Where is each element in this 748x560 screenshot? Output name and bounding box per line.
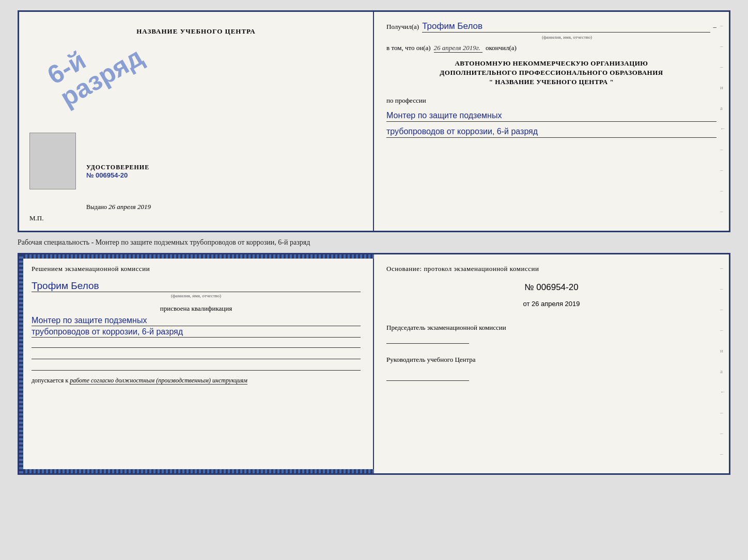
photo-placeholder bbox=[29, 133, 76, 189]
prof-line1: Монтер по защите подземных bbox=[386, 111, 716, 122]
vtom-prefix: в том, что он(а) bbox=[386, 44, 431, 52]
org-name: НАЗВАНИЕ УЧЕБНОГО ЦЕНТРА bbox=[495, 78, 608, 86]
udostoverenie-num: № 006954-20 bbox=[86, 171, 149, 179]
vtom-date: 26 апреля 2019г. bbox=[434, 44, 482, 53]
resheniem-row: Решением экзаменационной комиссии bbox=[32, 265, 361, 273]
top-left-title: НАЗВАНИЕ УЧЕБНОГО ЦЕНТРА bbox=[29, 27, 363, 36]
udostoverenie-block: УДОСТОВЕРЕНИЕ № 006954-20 bbox=[86, 164, 149, 179]
certificate-wrapper: НАЗВАНИЕ УЧЕБНОГО ЦЕНТРА 6-й разряд УДОС… bbox=[18, 10, 730, 475]
vydano-block: Выдано 26 апреля 2019 bbox=[86, 203, 151, 211]
empty-line-2 bbox=[32, 350, 361, 359]
prisvoyena: присвоена квалификация bbox=[32, 305, 361, 313]
empty-line-3 bbox=[32, 361, 361, 371]
org-line2: ДОПОЛНИТЕЛЬНОГО ПРОФЕССИОНАЛЬНОГО ОБРАЗО… bbox=[386, 68, 716, 77]
vtom-suffix: окончил(а) bbox=[486, 44, 517, 52]
br-side-dashes: – – – – и а ← – – – – bbox=[720, 254, 726, 475]
separator-text: Рабочая специальность - Монтер по защите… bbox=[18, 236, 310, 249]
org-line1: АВТОНОМНУЮ НЕКОММЕРЧЕСКУЮ ОРГАНИЗАЦИЮ bbox=[386, 59, 716, 68]
vydano-date: 26 апреля 2019 bbox=[108, 203, 151, 211]
bl-subtitle: (фамилия, имя, отчество) bbox=[32, 293, 361, 298]
poluchil-subtitle: (фамилия, имя, отчество) bbox=[417, 35, 716, 40]
bl-name: Трофим Белов bbox=[32, 280, 361, 292]
br-num: № 006954-20 bbox=[386, 282, 716, 293]
br-ot-date: 26 апреля 2019 bbox=[532, 300, 580, 308]
predsedatel-label: Председатель экзаменационной комиссии bbox=[386, 323, 716, 332]
rukovoditel-label: Руководитель учебного Центра bbox=[386, 355, 716, 364]
org-block: АВТОНОМНУЮ НЕКОММЕРЧЕСКУЮ ОРГАНИЗАЦИЮ ДО… bbox=[386, 59, 716, 87]
bl-prof1: Монтер по защите подземных bbox=[32, 316, 361, 326]
po-professii: по профессии bbox=[386, 97, 716, 105]
org-name-row: " НАЗВАНИЕ УЧЕБНОГО ЦЕНТРА " bbox=[386, 77, 716, 87]
top-right-panel: Получил(а) Трофим Белов – (фамилия, имя,… bbox=[374, 12, 729, 231]
dopuskaetsya-prefix: допускается к bbox=[32, 377, 68, 384]
org-quote-close: " bbox=[608, 78, 614, 86]
bottom-right-panel: Основание: протокол экзаменационной коми… bbox=[374, 254, 729, 473]
poluchil-row: Получил(а) Трофим Белов – bbox=[386, 21, 716, 33]
mp-label: М.П. bbox=[29, 214, 43, 222]
top-booklet: НАЗВАНИЕ УЧЕБНОГО ЦЕНТРА 6-й разряд УДОС… bbox=[18, 10, 730, 232]
empty-line-1 bbox=[32, 339, 361, 348]
dopuskaetsya-text: работе согласно должностным (производств… bbox=[70, 377, 247, 385]
vtom-row: в том, что он(а) 26 апреля 2019г. окончи… bbox=[386, 44, 716, 53]
dash-separator: – bbox=[713, 23, 717, 31]
stamp-line2: разряд bbox=[56, 43, 147, 111]
predsedatel-block: Председатель экзаменационной комиссии bbox=[386, 323, 716, 344]
poluchil-name: Трофим Белов bbox=[422, 21, 710, 33]
br-ot: от 26 апреля 2019 bbox=[386, 300, 716, 308]
bottom-booklet: Решением экзаменационной комиссии Трофим… bbox=[18, 253, 730, 475]
br-ot-prefix: от bbox=[523, 300, 529, 308]
bottom-left-panel: Решением экзаменационной комиссии Трофим… bbox=[19, 254, 374, 473]
osnovanie-row: Основание: протокол экзаменационной коми… bbox=[386, 265, 716, 273]
predsedatel-sig-line bbox=[386, 334, 469, 344]
vydano-label: Выдано bbox=[86, 203, 107, 211]
bl-prof2: трубопроводов от коррозии, 6-й разряд bbox=[32, 327, 361, 338]
poluchil-label: Получил(а) bbox=[386, 23, 419, 31]
dopuskaetsya-block: допускается к работе согласно должностны… bbox=[32, 377, 361, 385]
rukovoditel-sig-line bbox=[386, 372, 469, 381]
top-left-panel: НАЗВАНИЕ УЧЕБНОГО ЦЕНТРА 6-й разряд УДОС… bbox=[19, 12, 374, 231]
side-dashes: – – – и а ← – – – – bbox=[720, 12, 726, 214]
udostoverenie-label: УДОСТОВЕРЕНИЕ bbox=[86, 164, 149, 171]
prof-line2: трубопроводов от коррозии, 6-й разряд bbox=[386, 127, 716, 138]
org-quote-open: " bbox=[489, 78, 495, 86]
